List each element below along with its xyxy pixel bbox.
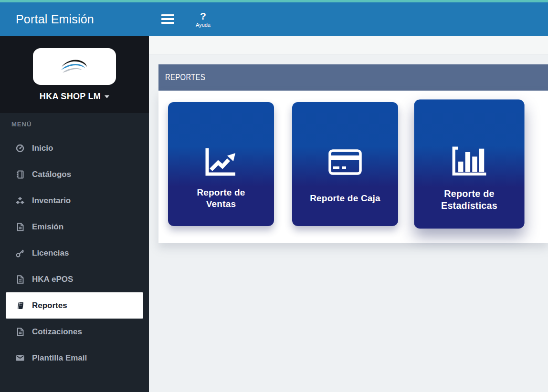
sidebar-item-inventario[interactable]: Inventario	[6, 187, 143, 214]
company-logo	[33, 48, 116, 85]
sidebar-item-label: Catálogos	[32, 170, 71, 179]
book-icon	[15, 301, 25, 310]
hamburger-icon	[161, 22, 174, 24]
sidebar-item-catalogos[interactable]: Catálogos	[6, 161, 143, 187]
question-mark-icon: ?	[200, 11, 206, 21]
breadcrumb-bar	[149, 36, 548, 54]
sidebar-item-label: Emisión	[32, 222, 63, 232]
sidebar: HKA SHOP LM MENÚ Inicio Catálogos	[0, 36, 149, 392]
sidebar-item-inicio[interactable]: Inicio	[6, 135, 143, 161]
panel-body: Reporte de Ventas Reporte de Caja	[158, 91, 548, 243]
app-title: Portal Emisión	[0, 12, 149, 26]
cubes-icon	[15, 196, 25, 205]
card-label: Reporte de Ventas	[197, 177, 245, 226]
sidebar-item-label: HKA ePOS	[32, 275, 73, 284]
sidebar-item-label: Plantilla Email	[32, 353, 87, 363]
main-content: REPORTES Reporte de Ventas	[149, 36, 548, 392]
card-label: Reporte de Estadísticas	[441, 178, 497, 228]
sidebar-item-label: Licencias	[32, 248, 69, 258]
reportes-panel: REPORTES Reporte de Ventas	[158, 64, 548, 243]
app-header: Portal Emisión ? Ayuda	[0, 2, 548, 36]
chevron-down-icon	[105, 95, 109, 98]
sidebar-item-emision[interactable]: Emisión	[6, 214, 143, 240]
bar-chart-icon	[450, 146, 488, 178]
help-label: Ayuda	[196, 22, 211, 28]
store-name: HKA SHOP LM	[40, 92, 101, 102]
file-icon	[15, 223, 25, 231]
sidebar-item-plantilla-email[interactable]: Plantilla Email	[6, 345, 143, 371]
hamburger-icon	[161, 18, 174, 20]
credit-card-icon	[328, 147, 362, 177]
card-label: Reporte de Caja	[310, 177, 380, 226]
sidebar-item-label: Cotizaciones	[32, 327, 82, 337]
sidebar-item-cotizaciones[interactable]: Cotizaciones	[6, 319, 143, 345]
sidebar-item-hka-epos[interactable]: HKA ePOS	[6, 266, 143, 292]
store-selector[interactable]: HKA SHOP LM	[0, 92, 149, 102]
line-chart-icon	[204, 147, 238, 177]
sidebar-item-reportes[interactable]: Reportes	[6, 292, 143, 319]
panel-title: REPORTES	[165, 72, 205, 83]
menu-section-label: MENÚ	[0, 121, 149, 128]
sidebar-brand-section: HKA SHOP LM	[0, 36, 149, 113]
report-card-caja[interactable]: Reporte de Caja	[292, 102, 398, 226]
tachometer-icon	[15, 144, 25, 153]
file-icon	[15, 328, 25, 336]
panel-header: REPORTES	[158, 64, 548, 91]
sidebar-item-licencias[interactable]: Licencias	[6, 240, 143, 266]
hka-swoosh-logo-icon	[59, 57, 90, 76]
help-button[interactable]: ? Ayuda	[196, 11, 211, 28]
sidebar-menu: MENÚ Inicio Catálogos	[0, 113, 149, 392]
report-card-estadisticas[interactable]: Reporte de Estadísticas	[414, 100, 524, 229]
report-card-ventas[interactable]: Reporte de Ventas	[168, 102, 274, 226]
envelope-icon	[15, 355, 25, 361]
sidebar-toggle-button[interactable]	[161, 14, 174, 24]
key-icon	[15, 249, 25, 258]
file-icon	[15, 275, 25, 284]
sidebar-item-label: Inventario	[32, 196, 71, 206]
sidebar-item-label: Reportes	[32, 301, 67, 310]
address-book-icon	[15, 170, 25, 179]
sidebar-item-label: Inicio	[32, 144, 53, 153]
hamburger-icon	[161, 14, 174, 16]
